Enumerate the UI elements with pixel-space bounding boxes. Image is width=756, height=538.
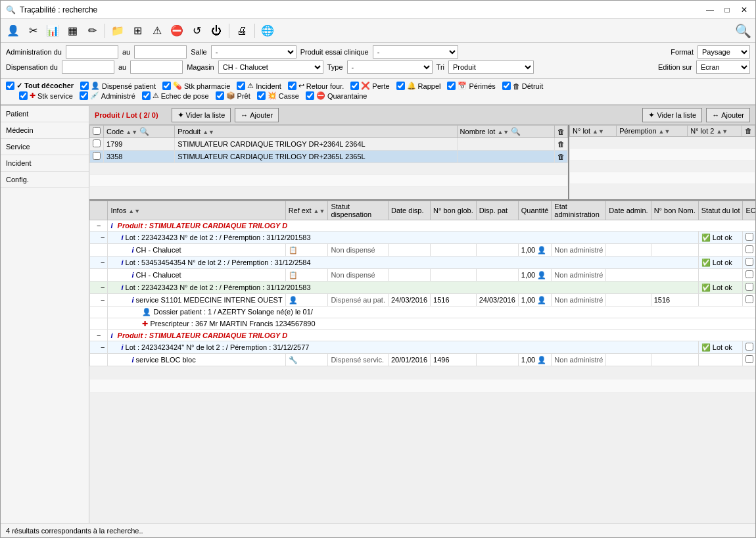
salle-select[interactable]: - (211, 45, 296, 59)
results-table-container[interactable]: Infos ▲▼ Ref ext ▲▼ Statutdispensation D… (89, 201, 755, 523)
maximize-button[interactable]: □ (721, 4, 733, 16)
lot-3-ecl[interactable] (745, 283, 753, 291)
grid-button[interactable]: ⊞ (129, 22, 146, 39)
globe-button[interactable]: 🌐 (259, 22, 276, 39)
rappel-icon: 🔔 (407, 82, 416, 90)
prescripteur-text: ✚ Prescripteur : 367 Mr MARTIN Francis 1… (108, 318, 755, 330)
lot-3-statut: ✅ Lot ok (698, 281, 743, 294)
pret-label: Prêt (237, 92, 250, 100)
dispense-patient-checkbox[interactable] (80, 82, 89, 90)
close-button[interactable]: ✕ (738, 4, 750, 16)
barcode-button[interactable]: ▦ (64, 22, 81, 39)
expand-lot-3[interactable]: − (93, 283, 105, 291)
sidebar-item-medecin[interactable]: Médecin (1, 122, 89, 139)
echec-pose-checkbox[interactable] (142, 91, 151, 100)
row1-delete[interactable]: 🗑 (555, 138, 568, 151)
service-bloc-refext: 🔧 (285, 354, 328, 366)
admin-from-input[interactable] (66, 45, 118, 59)
product-row-1[interactable]: 1799 STIMULATEUR CARDIAQUE TRILOGY DR+23… (90, 138, 568, 151)
quarantaine-icon: ⛔ (316, 91, 325, 100)
ajouter-button-1[interactable]: ↔ Ajouter (235, 108, 279, 122)
expand-lot-2[interactable]: − (93, 258, 105, 266)
rappel-checkbox[interactable] (396, 82, 405, 90)
stk-service-checkbox[interactable] (19, 91, 28, 100)
expand-product-2[interactable]: − (97, 331, 101, 339)
power-button[interactable]: ⏻ (208, 22, 225, 39)
incident-label: Incident (256, 82, 281, 90)
format-select[interactable]: Paysage Portrait (697, 45, 750, 59)
service-bloc-statut-lot (698, 354, 743, 366)
row2-delete[interactable]: 🗑 (555, 151, 568, 163)
lot-2-ecl[interactable] (745, 258, 753, 266)
service-1-ecl[interactable] (745, 245, 753, 253)
col-bon-glob-header: N° bon glob. (431, 201, 477, 220)
incident-checkbox[interactable] (237, 82, 245, 90)
expand-product-1[interactable]: − (97, 222, 101, 230)
results-table: Infos ▲▼ Ref ext ▲▼ Statutdispensation D… (89, 201, 755, 393)
sidebar-item-patient[interactable]: Patient (1, 106, 89, 122)
tri-select[interactable]: Produit (448, 61, 534, 74)
expand-service-3[interactable]: − (93, 296, 105, 304)
dispense-to-input[interactable] (130, 61, 183, 74)
echec-pose-icon: ⚠ (153, 91, 159, 100)
row2-checkbox[interactable] (93, 152, 101, 160)
service-2-date (388, 269, 430, 281)
service-2-infos: i CH - Chalucet (108, 269, 285, 281)
service-3-ecl[interactable] (745, 295, 753, 303)
select-all-left-checkbox[interactable] (93, 127, 101, 135)
result-row-product-2: − i Produit : STIMULATEUR CARDIAQUE TRIL… (90, 330, 756, 341)
person-button[interactable]: 👤 (5, 22, 22, 39)
service-bloc-ecl[interactable] (745, 355, 753, 363)
toolbar-separator-3 (254, 24, 255, 38)
vider-liste-button-2[interactable]: ✦ Vider la liste (642, 108, 702, 122)
ajouter-button-2[interactable]: ↔ Ajouter (706, 108, 750, 122)
perimes-checkbox[interactable] (447, 82, 456, 90)
administre-checkbox[interactable] (80, 91, 88, 100)
magasin-select[interactable]: CH - Chalucet (218, 61, 323, 74)
expand-lot-1[interactable]: − (93, 233, 105, 241)
chart-button[interactable]: 📊 (44, 22, 61, 39)
col-delete-left-header: 🗑 (555, 126, 568, 138)
casse-checkbox[interactable] (257, 91, 266, 100)
service-3-bon: 1516 (431, 294, 477, 306)
warning-button[interactable]: ⚠ (149, 22, 166, 39)
expand-lot-4[interactable]: − (93, 343, 105, 351)
result-row-lot-4: − i Lot : 2423423424" N° de lot 2 : / Pé… (90, 341, 756, 354)
produit-essai-select[interactable]: - (373, 45, 458, 59)
admin-to-input[interactable] (134, 45, 187, 59)
col-nlot2-header: N° lot 2 ▲▼ (688, 126, 742, 137)
detruit-checkbox[interactable] (502, 82, 511, 90)
lot-4-ecl[interactable] (745, 343, 753, 351)
stop-button[interactable]: ⛔ (168, 22, 185, 39)
sidebar-item-incident[interactable]: Incident (1, 155, 89, 172)
perte-checkbox[interactable] (350, 82, 359, 90)
service-3-infos: i service S1101 MEDECINE INTERNE OUEST (108, 294, 285, 306)
print-button[interactable]: 🖨 (233, 22, 250, 39)
stk-pharmacie-checkbox[interactable] (162, 82, 171, 90)
produit-essai-label: Produit essai clinique (300, 48, 369, 56)
pret-checkbox[interactable] (216, 91, 224, 100)
row1-checkbox[interactable] (93, 139, 101, 147)
search-code-icon[interactable]: 🔍 (139, 127, 149, 136)
edition-select[interactable]: Ecran Imprimante (696, 61, 750, 74)
refresh-button[interactable]: ↺ (188, 22, 205, 39)
minimize-button[interactable]: — (704, 4, 716, 16)
dispense-from-input[interactable] (62, 61, 114, 74)
service-1-statut-lot (698, 244, 743, 257)
product-row-2[interactable]: 3358 STIMULATEUR CARDIAQUE TRILOGY DR+23… (90, 151, 568, 163)
retour-fournisseur-checkbox[interactable] (288, 82, 296, 90)
quarantaine-checkbox[interactable] (306, 91, 314, 100)
pencil-button[interactable]: ✏ (83, 22, 101, 39)
lot-1-ecl-checkbox[interactable] (745, 233, 753, 241)
service-2-ecl[interactable] (745, 270, 753, 278)
folder-button[interactable]: 📁 (109, 22, 126, 39)
app-icon: 🔍 (6, 5, 16, 14)
sidebar-item-service[interactable]: Service (1, 139, 89, 155)
type-select[interactable]: - (347, 61, 433, 74)
service-2-etat: Non administré (552, 269, 606, 281)
sidebar-item-config[interactable]: Config. (1, 172, 89, 188)
search-lot-icon[interactable]: 🔍 (511, 127, 521, 136)
scissors-button[interactable]: ✂ (24, 22, 41, 39)
vider-liste-button-1[interactable]: ✦ Vider la liste (172, 108, 231, 122)
tout-decocher-checkbox[interactable] (6, 82, 14, 90)
